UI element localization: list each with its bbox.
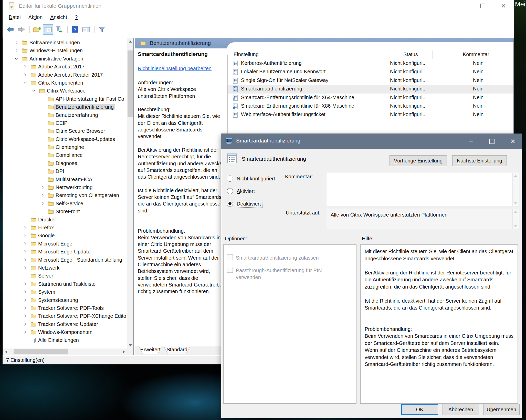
chevron-right-icon[interactable] — [23, 290, 27, 294]
scroll-right-icon[interactable] — [121, 349, 127, 355]
tree-item[interactable]: Administrative Vorlagen — [3, 55, 127, 63]
policy-row[interactable]: SmartcardauthentifizierungNicht konfigur… — [227, 85, 513, 93]
chevron-right-icon[interactable] — [23, 258, 27, 262]
radio-deaktiviert[interactable]: Deaktiviert — [227, 200, 262, 208]
radio-aktiviert[interactable]: Aktiviert — [227, 187, 256, 195]
tree-item[interactable]: Remoting von Clientgeräten — [3, 191, 127, 199]
tree-item[interactable]: Benutzererfahrung — [3, 111, 127, 119]
tree-item[interactable]: Compliance — [3, 151, 127, 159]
policy-row[interactable]: Kerberos-AuthentifizierungNicht konfigur… — [227, 59, 513, 68]
tree-vertical-scrollbar[interactable] — [127, 38, 133, 349]
policy-row[interactable]: Single Sign-On für NetScaler GatewayNich… — [227, 76, 513, 85]
tree-item[interactable]: Clientengine — [3, 143, 127, 151]
tab-standard[interactable]: Standard — [164, 346, 190, 354]
chevron-right-icon[interactable] — [40, 193, 45, 198]
tree-item[interactable]: Systemsteuerung — [3, 296, 127, 304]
tree-item[interactable]: DPI — [3, 167, 127, 175]
comment-scrollbar[interactable] — [512, 173, 519, 206]
previous-setting-button[interactable]: Vorherige Einstellung — [390, 155, 447, 166]
ok-button[interactable]: OK — [401, 404, 438, 415]
chevron-right-icon[interactable] — [23, 249, 27, 254]
chevron-right-icon[interactable] — [23, 314, 27, 318]
tree-item[interactable]: Citrix Workspace — [3, 87, 127, 95]
comment-input[interactable] — [328, 173, 512, 205]
tree-item[interactable]: Benutzerauthentifizierung — [3, 103, 127, 111]
scroll-left-icon[interactable] — [3, 349, 9, 355]
chevron-right-icon[interactable] — [23, 330, 27, 334]
chevron-right-icon[interactable] — [14, 40, 19, 45]
tree-item[interactable]: Google — [3, 232, 127, 240]
tree-item[interactable]: Softwareeinstellungen — [3, 39, 127, 47]
cancel-button[interactable]: Abbrechen — [443, 404, 479, 415]
tree-item[interactable]: Tracker Software: Updater — [3, 320, 127, 328]
tree-item[interactable]: StoreFront — [3, 208, 127, 216]
tree-item[interactable]: Citrix Komponenten — [3, 79, 127, 87]
tree-item[interactable]: Alle Einstellungen — [3, 336, 127, 344]
tree-vscroll-thumb[interactable] — [128, 50, 133, 117]
back-arrow-button[interactable] — [5, 24, 15, 35]
tree-item[interactable]: System — [3, 288, 127, 296]
tree-item[interactable]: Self-Service — [3, 200, 127, 208]
policy-row[interactable]: Smartcard-Entfernungsrichtlinie für X64-… — [227, 94, 513, 102]
scroll-up-icon[interactable] — [127, 38, 133, 45]
tree-item[interactable]: Netzwerkrouting — [3, 183, 127, 191]
radio-button-icon[interactable] — [227, 188, 233, 194]
tree-hscroll-thumb[interactable] — [14, 349, 68, 354]
show-console-tree-button[interactable] — [43, 24, 53, 35]
help-button[interactable]: ? — [70, 24, 80, 35]
policy-row[interactable]: Smartcard-Entfernungsrichtlinie für X86-… — [227, 102, 513, 110]
column-header-einstellung[interactable]: Einstellung — [234, 52, 259, 57]
chevron-right-icon[interactable] — [23, 298, 27, 302]
tree-item[interactable]: Windows-Einstellungen — [3, 47, 127, 55]
chevron-right-icon[interactable] — [40, 201, 45, 206]
show-action-pane-button[interactable] — [81, 24, 91, 35]
tree-item[interactable]: Citrix Secure Browser — [3, 127, 127, 135]
tree-item[interactable]: CEIP — [3, 119, 127, 127]
chevron-right-icon[interactable] — [40, 185, 45, 190]
chevron-down-icon[interactable] — [23, 80, 27, 85]
maximize-button[interactable] — [478, 2, 487, 10]
column-header-status[interactable]: Status — [403, 52, 418, 57]
tree-item[interactable]: Tracker Software: PDF-XChange Edito — [3, 312, 127, 320]
export-list-button[interactable] — [54, 24, 64, 35]
chevron-right-icon[interactable] — [23, 233, 27, 238]
column-divider[interactable] — [389, 50, 389, 59]
tab-erweitert[interactable]: Erweitert — [139, 346, 162, 354]
radio-button-icon[interactable] — [227, 201, 233, 207]
chevron-down-icon[interactable] — [31, 88, 36, 93]
chevron-right-icon[interactable] — [23, 322, 27, 326]
tree-item[interactable]: API-Unterstützung für Fast Co — [3, 95, 127, 103]
column-header-kommentar[interactable]: Kommentar — [463, 52, 489, 57]
chevron-right-icon[interactable] — [14, 48, 19, 53]
tree-item[interactable]: Windows-Komponenten — [3, 328, 127, 336]
edit-policy-link[interactable]: Richtlinieneinstellung bearbeiten — [138, 66, 212, 71]
tree-horizontal-scrollbar[interactable] — [3, 349, 127, 355]
dialog-maximize-button[interactable] — [488, 137, 496, 146]
menu-item-datei[interactable]: Datei — [9, 14, 21, 20]
chevron-down-icon[interactable] — [14, 56, 19, 61]
tree-item[interactable]: Microsoft Edge — [3, 240, 127, 248]
chevron-right-icon[interactable] — [23, 73, 27, 77]
tree-item[interactable]: Tracker Software: PDF-Tools — [3, 304, 127, 312]
tree-item[interactable]: Drucker — [3, 216, 127, 224]
close-button[interactable] — [499, 2, 508, 10]
menu-item-ansicht[interactable]: Ansicht — [50, 14, 67, 20]
up-one-level-button[interactable] — [32, 24, 42, 35]
chevron-right-icon[interactable] — [23, 64, 27, 69]
dialog-close-button[interactable] — [509, 137, 517, 146]
chevron-right-icon[interactable] — [23, 241, 27, 246]
scroll-down-icon[interactable] — [127, 342, 133, 349]
menu-item-?[interactable]: ? — [75, 14, 78, 20]
chevron-right-icon[interactable] — [23, 306, 27, 310]
policy-row[interactable]: Lokaler Benutzername und KennwortNicht k… — [227, 68, 513, 76]
tree-item[interactable]: Startmenü und Taskleiste — [3, 280, 127, 288]
minimize-button[interactable] — [456, 2, 465, 10]
dialog-minimize-button[interactable] — [467, 137, 475, 146]
tree-item[interactable]: Microsoft Edge - Standardeinstellung — [3, 256, 127, 264]
radio-button-icon[interactable] — [227, 176, 233, 182]
tree-item[interactable]: Multistream-ICA — [3, 176, 127, 183]
apply-button[interactable]: Übernehmen — [483, 404, 520, 415]
chevron-right-icon[interactable] — [23, 225, 27, 230]
forward-arrow-button[interactable] — [16, 24, 26, 35]
tree-item[interactable]: Firefox — [3, 224, 127, 232]
